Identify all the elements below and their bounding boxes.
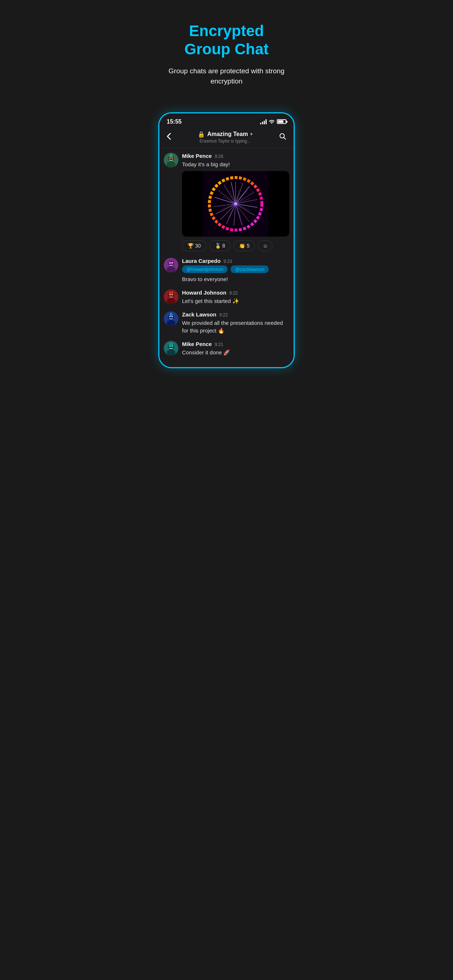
message-content: Mike Pence 9:26 Today it's a big day! [182, 153, 289, 251]
back-button[interactable] [165, 131, 172, 143]
message-row: Laura Carpedo 9:23 @howardjohnson @zackl… [164, 258, 289, 283]
svg-rect-49 [169, 292, 173, 293]
message-content: Laura Carpedo 9:23 @howardjohnson @zackl… [182, 258, 289, 283]
message-sender: Mike Pence [182, 341, 212, 347]
battery-icon [277, 119, 286, 124]
hero-subtitle: Group chats are protected with strong en… [166, 66, 287, 87]
message-sender: Mike Pence [182, 153, 212, 159]
chat-title-text: Amazing Team [207, 131, 248, 137]
chevron-down-icon: ▾ [250, 132, 252, 137]
message-row: Mike Pence 9:26 Today it's a big day! [164, 153, 289, 251]
chat-subtitle: Erasmus Taylor is typing... [172, 138, 278, 144]
chat-messages: Mike Pence 9:26 Today it's a big day! [160, 148, 293, 367]
message-header: Mike Pence 9:26 [182, 153, 289, 159]
hero-title-line1: Encrypted [189, 22, 264, 40]
message-header: Mike Pence 9:21 [182, 341, 289, 347]
avatar [164, 311, 179, 326]
message-sender: Zack Lawson [182, 311, 216, 318]
status-bar: 15:55 [160, 113, 293, 128]
svg-point-46 [167, 298, 175, 304]
message-time: 9:22 [230, 291, 238, 296]
avatar [164, 153, 179, 167]
svg-point-47 [169, 293, 171, 295]
wifi-icon [269, 119, 274, 125]
message-image [182, 171, 289, 237]
page-wrapper: Encrypted Group Chat Group chats are pro… [151, 0, 302, 383]
svg-point-48 [171, 293, 173, 295]
message-sender: Howard Johnson [182, 290, 226, 296]
reaction-trophy[interactable]: 🏆 30 [182, 240, 206, 251]
message-row: Mike Pence 9:21 Consider it done 🚀 [164, 341, 289, 356]
mention-tag: @zacklawson [231, 266, 268, 273]
svg-point-41 [167, 267, 175, 272]
svg-point-42 [169, 262, 171, 264]
message-text: We provided all the presentations needed… [182, 319, 289, 334]
chat-header-center: 🔒 Amazing Team ▾ Erasmus Taylor is typin… [172, 131, 278, 144]
signal-icon [260, 119, 266, 124]
message-time: 9:26 [215, 154, 223, 159]
reactions: 🏆 30 🥇 8 👏 5 ☺ [182, 240, 289, 251]
hero-section: Encrypted Group Chat Group chats are pro… [151, 0, 302, 101]
avatar [164, 258, 179, 272]
svg-point-55 [170, 313, 172, 316]
svg-point-52 [167, 320, 175, 326]
svg-point-5 [171, 158, 173, 159]
hero-title-line2: Group Chat [185, 40, 269, 57]
message-time: 9:21 [215, 342, 223, 347]
status-time: 15:55 [167, 118, 182, 125]
avatar [164, 290, 179, 304]
svg-point-38 [234, 202, 237, 205]
svg-point-53 [169, 315, 171, 317]
avatar [164, 341, 179, 355]
message-text: Let's get this started ✨ [182, 297, 289, 305]
mention-tag: @howardjohnson [182, 266, 228, 273]
reaction-add[interactable]: ☺ [258, 240, 273, 251]
message-time: 9:22 [219, 312, 228, 318]
message-row: Howard Johnson 9:22 Let's get this start… [164, 290, 289, 305]
message-header: Howard Johnson 9:22 [182, 290, 289, 296]
lock-icon: 🔒 [198, 131, 205, 138]
status-icons [260, 119, 286, 125]
svg-point-4 [169, 158, 171, 159]
message-header: Zack Lawson 9:22 [182, 311, 289, 318]
message-time: 9:23 [223, 259, 232, 264]
mention-tags: @howardjohnson @zacklawson [182, 266, 289, 273]
message-text: Bravo to everyone! [182, 275, 289, 283]
svg-point-43 [171, 262, 173, 264]
message-header: Laura Carpedo 9:23 [182, 258, 289, 264]
svg-point-58 [167, 350, 175, 355]
message-content: Mike Pence 9:21 Consider it done 🚀 [182, 341, 289, 356]
message-text: Today it's a big day! [182, 161, 289, 168]
chat-header: 🔒 Amazing Team ▾ Erasmus Taylor is typin… [160, 128, 293, 148]
svg-point-60 [171, 345, 173, 347]
search-button[interactable] [278, 131, 288, 143]
svg-rect-7 [170, 154, 172, 156]
hero-title: Encrypted Group Chat [166, 22, 287, 59]
reaction-clap[interactable]: 👏 5 [233, 240, 255, 251]
message-sender: Laura Carpedo [182, 258, 221, 264]
svg-point-3 [167, 162, 175, 167]
svg-point-59 [169, 345, 171, 347]
reaction-medal[interactable]: 🥇 8 [209, 240, 231, 251]
chat-title[interactable]: 🔒 Amazing Team ▾ [172, 131, 278, 138]
message-row: Zack Lawson 9:22 We provided all the pre… [164, 311, 289, 334]
phone-mockup: 15:55 [158, 112, 295, 368]
message-content: Zack Lawson 9:22 We provided all the pre… [182, 311, 289, 334]
message-content: Howard Johnson 9:22 Let's get this start… [182, 290, 289, 305]
message-text: Consider it done 🚀 [182, 348, 289, 356]
svg-point-54 [171, 315, 173, 317]
